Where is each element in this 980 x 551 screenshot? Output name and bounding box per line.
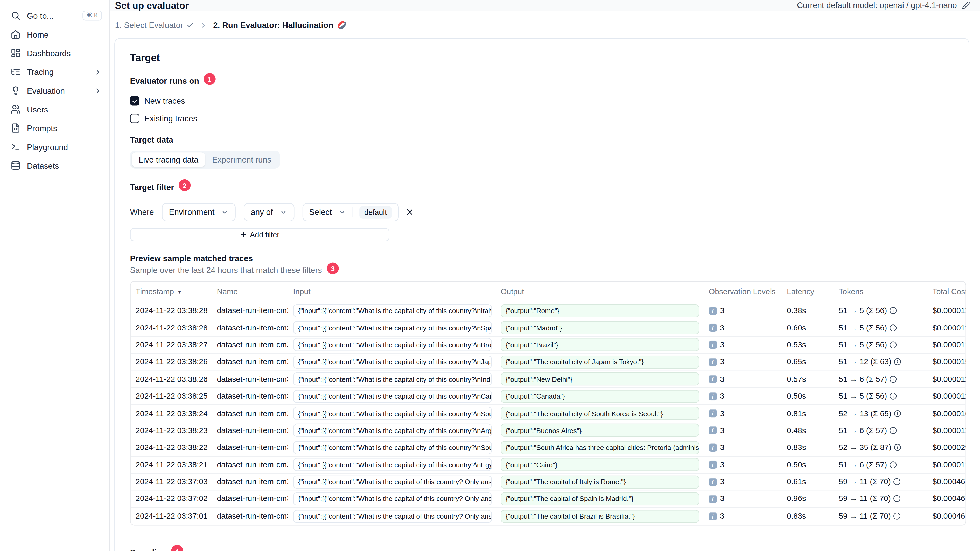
cell-latency: 0.83s [782, 512, 834, 521]
goto-label: Go to... [27, 11, 76, 20]
shortcut-badge: ⌘ K [82, 11, 102, 21]
table-row[interactable]: 2024-11-22 03:37:02dataset-run-item-cm3s… [130, 491, 966, 508]
info-emoji-icon: i [709, 495, 717, 503]
column-header-total-cost: Total Cost [928, 287, 966, 296]
cell-output: {"output":"Cairo"} [496, 458, 704, 472]
cell-total-cost: $0.000011 ( [928, 341, 966, 349]
sidebar-item-dashboards[interactable]: Dashboards [0, 44, 110, 62]
filter-operator-select[interactable]: any of [244, 203, 294, 221]
breadcrumb-step-1[interactable]: 1. Select Evaluator [115, 20, 194, 30]
sidebar-item-home[interactable]: Home [0, 25, 110, 44]
cell-observation-levels: i3 [704, 392, 782, 401]
checkbox-checked-icon [130, 96, 139, 105]
sidebar-item-users[interactable]: Users [0, 100, 110, 119]
table-row[interactable]: 2024-11-22 03:38:25dataset-run-item-cm3s… [130, 388, 966, 405]
cell-name: dataset-run-item-cm3s4 [212, 375, 288, 384]
cell-tokens: 51 → 5 (Σ 56) [834, 341, 928, 349]
table-row[interactable]: 2024-11-22 03:38:21dataset-run-item-cm3s… [130, 456, 966, 473]
cell-name: dataset-run-item-cm3s4 [212, 306, 288, 315]
info-circle-icon [889, 307, 897, 314]
remove-filter-button[interactable] [405, 206, 416, 218]
target-card: Target Evaluator runs on 1 New traces Ex… [115, 38, 969, 551]
cell-output: {"output":"Rome"} [496, 304, 704, 317]
cell-observation-levels: i3 [704, 324, 782, 332]
default-model-indicator: Current default model: openai / gpt-4.1-… [797, 0, 970, 10]
breadcrumb: 1. Select Evaluator 2. Run Evaluator: Ha… [115, 19, 969, 31]
table-row[interactable]: 2024-11-22 03:38:26dataset-run-item-cm3s… [130, 371, 966, 388]
table-row[interactable]: 2024-11-22 03:38:23dataset-run-item-cm3s… [130, 422, 966, 439]
info-circle-icon [894, 444, 902, 451]
cell-latency: 0.61s [782, 477, 834, 486]
table-row[interactable]: 2024-11-22 03:38:24dataset-run-item-cm3s… [130, 405, 966, 422]
cell-latency: 0.57s [782, 375, 834, 384]
table-row[interactable]: 2024-11-22 03:38:28dataset-run-item-cm3s… [130, 319, 966, 337]
new-traces-checkbox[interactable]: New traces [130, 96, 185, 105]
step-badge-1: 1 [204, 73, 215, 85]
info-circle-icon [893, 478, 900, 486]
filter-value-select[interactable]: Select default [302, 203, 399, 221]
column-header-input: Input [288, 287, 495, 296]
filter-field-select[interactable]: Environment [162, 203, 235, 221]
page-title: Set up evaluator [115, 0, 189, 11]
tab-experiment-runs[interactable]: Experiment runs [205, 152, 278, 167]
info-emoji-icon: i [709, 512, 717, 520]
cell-output: {"output":"The capital of Brazil is Bras… [496, 510, 704, 523]
table-header-row: Timestamp▼ Name Input Output Observation… [130, 282, 966, 302]
table-row[interactable]: 2024-11-22 03:38:27dataset-run-item-cm3s… [130, 337, 966, 354]
sidebar-item-tracing[interactable]: Tracing [0, 62, 110, 81]
cell-observation-levels: i3 [704, 494, 782, 503]
info-emoji-icon: i [709, 306, 717, 314]
sidebar-item-datasets[interactable]: Datasets [0, 156, 110, 175]
cell-input: {"input":[{"content":"What is the capita… [288, 441, 495, 454]
cell-input: {"input":[{"content":"What is the capita… [288, 407, 495, 420]
sidebar-item-playground[interactable]: Playground [0, 137, 110, 156]
cell-total-cost: $0.00046 ( [928, 512, 966, 521]
cell-name: dataset-run-item-cm3s4 [212, 512, 288, 521]
preview-traces-table: Timestamp▼ Name Input Output Observation… [130, 281, 966, 526]
table-row[interactable]: 2024-11-22 03:37:01dataset-run-item-cm3s… [130, 508, 966, 525]
table-row[interactable]: 2024-11-22 03:38:22dataset-run-item-cm3s… [130, 439, 966, 456]
cell-output: {"output":"The capital city of Japan is … [496, 355, 704, 368]
cell-input: {"input":[{"content":"What is the capita… [288, 338, 495, 351]
table-row[interactable]: 2024-11-22 03:37:03dataset-run-item-cm3s… [130, 473, 966, 491]
cell-name: dataset-run-item-cm3s4 [212, 426, 288, 435]
cell-tokens: 51 → 6 (Σ 57) [834, 460, 928, 469]
edit-model-icon[interactable] [962, 1, 970, 10]
tab-live-tracing-data[interactable]: Live tracing data [132, 152, 205, 167]
cell-tokens: 51 → 5 (Σ 56) [834, 324, 928, 332]
cell-input: {"input":[{"content":"What is the capita… [288, 475, 495, 489]
existing-traces-checkbox[interactable]: Existing traces [130, 114, 197, 123]
checkbox-unchecked [130, 114, 139, 123]
info-emoji-icon: i [709, 341, 717, 349]
cell-output: {"output":"New Delhi"} [496, 372, 704, 386]
cell-input: {"input":[{"content":"What is the capita… [288, 321, 495, 334]
info-emoji-icon: i [709, 324, 717, 332]
add-filter-button[interactable]: Add filter [130, 228, 389, 241]
cell-tokens: 52 → 35 (Σ 87) [834, 443, 928, 452]
cell-total-cost: $0.000015 [928, 358, 966, 367]
cell-observation-levels: i3 [704, 426, 782, 435]
step-badge-4: 4 [171, 545, 183, 551]
target-data-label: Target data [130, 135, 953, 144]
cell-total-cost: $0.000011 ( [928, 306, 966, 315]
sampling-label-row: Sampling 4 [130, 548, 953, 551]
cell-latency: 0.65s [782, 358, 834, 367]
goto-search[interactable]: Go to... ⌘ K [0, 6, 110, 25]
sidebar-item-evaluation[interactable]: Evaluation [0, 81, 110, 100]
chevron-right-icon [94, 87, 102, 95]
table-row[interactable]: 2024-11-22 03:38:26dataset-run-item-cm3s… [130, 354, 966, 371]
breadcrumb-step-2[interactable]: 2. Run Evaluator: Hallucination [213, 20, 347, 30]
column-header-timestamp[interactable]: Timestamp▼ [130, 287, 212, 296]
cell-timestamp: 2024-11-22 03:38:26 [130, 358, 212, 367]
info-emoji-icon: i [709, 426, 717, 434]
preview-subtitle-row: Sample over the last 24 hours that match… [130, 266, 953, 278]
cell-tokens: 59 → 11 (Σ 70) [834, 494, 928, 503]
chevron-down-icon [221, 208, 229, 216]
cell-observation-levels: i3 [704, 443, 782, 452]
sort-desc-icon: ▼ [177, 289, 182, 295]
sidebar-item-prompts[interactable]: Prompts [0, 119, 110, 137]
info-circle-icon [894, 358, 902, 366]
cell-total-cost: $0.000029 [928, 443, 966, 452]
table-row[interactable]: 2024-11-22 03:38:28dataset-run-item-cm3s… [130, 302, 966, 319]
cell-latency: 0.48s [782, 426, 834, 435]
